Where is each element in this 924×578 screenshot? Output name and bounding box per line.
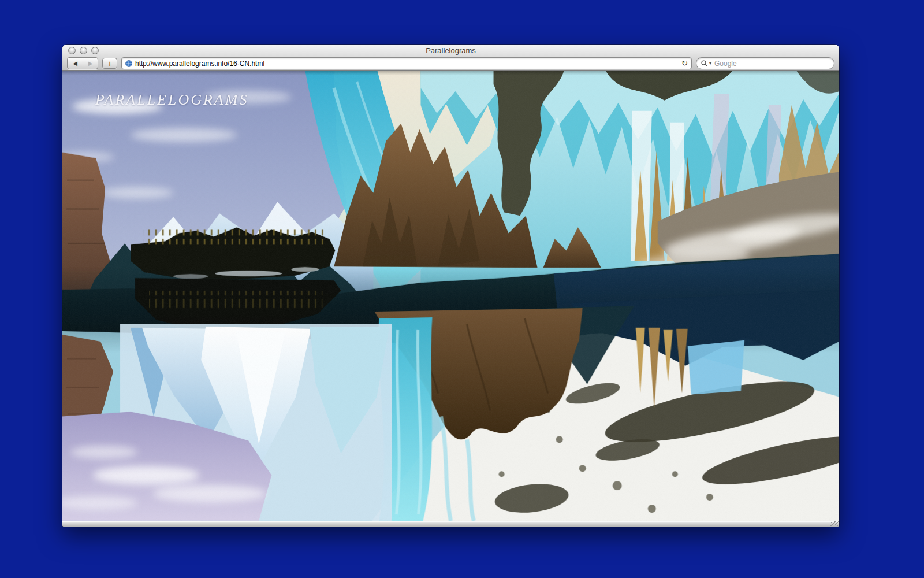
url-text: http://www.parallelograms.info/16-CN.htm… [135,60,679,68]
forward-button[interactable]: ▶ [83,58,98,69]
desktop: { "desktop": { "background_color": "#0b2… [0,0,924,578]
status-bar [62,521,839,527]
address-bar[interactable]: http://www.parallelograms.info/16-CN.htm… [121,57,692,69]
search-menu-caret-icon[interactable]: ▾ [709,61,711,66]
site-title[interactable]: PARALLELOGRAMS [95,91,248,109]
browser-window: Parallelograms ◀ ▶ + http://www.parallel… [62,45,839,527]
add-bookmark-button[interactable]: + [102,58,117,69]
hero-artwork [62,71,839,521]
close-button[interactable] [68,47,76,54]
reload-icon[interactable]: ↻ [681,60,688,67]
minimize-button[interactable] [80,47,87,54]
titlebar[interactable]: Parallelograms [62,45,839,57]
history-nav-group: ◀ ▶ [67,57,98,69]
window-title: Parallelograms [426,46,476,55]
toolbar: ◀ ▶ + http://www.parallelograms.info/16-… [62,57,839,70]
page-content: PARALLELOGRAMS [62,71,839,521]
search-input[interactable] [713,59,829,68]
resize-grip[interactable] [829,521,839,526]
search-icon[interactable] [701,60,707,66]
traffic-lights [68,47,99,54]
back-button[interactable]: ◀ [68,58,83,69]
globe-favicon-icon [125,60,132,67]
window-chrome: Parallelograms ◀ ▶ + http://www.parallel… [62,45,839,71]
zoom-button[interactable] [91,47,99,54]
search-field[interactable]: ▾ [696,57,834,69]
